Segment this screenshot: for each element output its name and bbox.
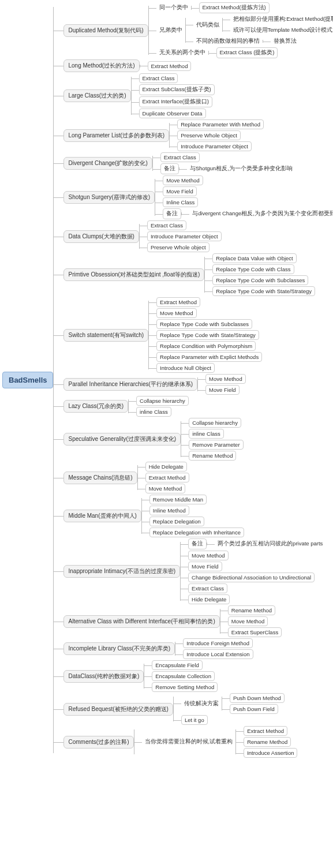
root-node[interactable]: BadSmells (2, 372, 53, 388)
node-label[interactable]: Long Parameter List(过多的参数列表) (63, 129, 169, 142)
node-label[interactable]: 代码类似 (193, 20, 222, 30)
leaf[interactable]: Extract Method (148, 61, 192, 71)
leaf[interactable]: Preserve Whole object (147, 242, 209, 252)
leaf[interactable]: Introduce Parameter Object (147, 231, 222, 241)
node-label[interactable]: Speculative Generality(过度强调未来变化) (63, 433, 181, 446)
node-label[interactable]: 备注 (163, 208, 181, 219)
node-label[interactable]: 当你觉得需要注释的时候,试着重构 (142, 737, 236, 747)
node-label[interactable]: Primtive Obsession(对基础类型如int ,float等的痴迷) (63, 268, 204, 281)
leaf[interactable]: Replace Type Code with Subclasses (156, 319, 252, 329)
leaf[interactable]: Remove Parameter (189, 440, 243, 450)
leaf[interactable]: Replace Delegation (149, 517, 204, 526)
leaf[interactable]: Push Down Method (230, 693, 285, 703)
node-label[interactable]: 无关系的两个类中 (156, 48, 208, 58)
leaf[interactable]: Replace Parameter with Explict Methods (156, 352, 262, 362)
leaf[interactable]: Move Method (205, 374, 246, 384)
leaf[interactable]: Encapsulate Collection (152, 671, 215, 681)
leaf[interactable]: 替换算法 (271, 36, 300, 46)
leaf[interactable]: Push Down Field (230, 704, 278, 714)
leaf[interactable]: Change Bidirectional Association to Undi… (188, 573, 315, 582)
leaf[interactable]: Introduce Foreign Method (183, 638, 253, 648)
node-label[interactable]: 兄弟类中 (156, 25, 185, 35)
leaf[interactable]: Extract SubClass(提炼子类) (139, 84, 215, 95)
leaf[interactable]: Move Method (156, 308, 197, 318)
leaf[interactable]: inline Class (136, 407, 171, 417)
node-label[interactable]: Message Chains(消息链) (63, 472, 137, 484)
leaf[interactable]: Inline Class (163, 197, 198, 207)
node-label[interactable]: Duplicated Method(复制代码) (63, 24, 148, 37)
leaf[interactable]: Encapsulate Field (152, 660, 203, 670)
leaf[interactable]: Introduce Parameter Object (177, 141, 252, 151)
leaf[interactable]: Collapse hierarchy (189, 418, 241, 428)
node-label[interactable]: DataClass(纯粹的数据对象) (63, 670, 144, 683)
leaf[interactable]: Move Method (163, 175, 203, 185)
node-label[interactable]: Long Method(过长的方法) (63, 59, 139, 72)
leaf[interactable]: Replace Type Code with State/Strategy (156, 330, 259, 340)
leaf[interactable]: Introduce Local Extension (183, 649, 253, 659)
leaf[interactable]: Let it go (181, 715, 208, 725)
leaf[interactable]: Extract Method (145, 473, 189, 482)
node-label[interactable]: Shotgun Surgery(霰弹式的修改) (63, 191, 155, 204)
leaf[interactable]: Extract SuperClass (228, 627, 282, 637)
leaf[interactable]: Move Field (205, 385, 239, 395)
node-large-class: Large Class(过大的类) Extract Class Extract … (63, 73, 333, 118)
leaf[interactable]: Rename Method (244, 737, 291, 747)
node-label[interactable]: 同一个类中 (156, 3, 191, 13)
node-label[interactable]: 不同的函数做相同的事情 (193, 36, 263, 46)
leaf[interactable]: Replace Data Value with Object (212, 253, 296, 263)
leaf[interactable]: Extract Class (提炼类) (216, 47, 278, 58)
leaf[interactable]: Extract Method (244, 726, 287, 736)
leaf[interactable]: 两个类过多的互相访问彼此的private parts (215, 539, 325, 549)
leaf[interactable]: 与Shotgun相反,为一个类受多种变化影响 (187, 164, 295, 174)
leaf[interactable]: Introduce Null Object (156, 363, 215, 373)
leaf[interactable]: Introduce Assertion (244, 748, 297, 758)
node-label[interactable]: Large Class(过大的类) (63, 89, 130, 102)
node-label[interactable]: Lazy Class(冗余的类) (63, 400, 128, 413)
leaf[interactable]: Rename Method (228, 605, 275, 615)
node-label[interactable]: Alternative Class with Different Interfa… (63, 615, 219, 628)
leaf[interactable]: Move Method (188, 551, 229, 560)
leaf[interactable]: Hide Delegate (145, 462, 187, 472)
leaf[interactable]: Replace Condition with Polymorphism (156, 341, 256, 351)
leaf[interactable]: Replace Type Code with Subclasses (212, 275, 308, 285)
leaf[interactable]: Extract Class (139, 73, 178, 83)
leaf[interactable]: Move Method (228, 616, 268, 626)
node-label[interactable]: Middle Man(蛋疼的中间人) (63, 510, 141, 522)
leaf[interactable]: Remove Setting Method (152, 682, 218, 692)
node-label[interactable]: Inappropriate Intimacy(不适当的过度亲密) (63, 565, 180, 578)
leaf[interactable]: inline Class (189, 429, 224, 439)
node-label[interactable]: Data Clumps(大堆的数据) (63, 230, 139, 243)
node-label[interactable]: Refused Bequest(被拒绝的父类的赠送) (63, 703, 173, 716)
leaf[interactable]: Collapse hierarchy (136, 396, 189, 406)
leaf[interactable]: Replace Type Code with Class (212, 264, 294, 274)
leaf[interactable]: Extract Method (156, 297, 200, 307)
leaf[interactable]: 把相似部分使用重构:Extract Method(提取方法) (230, 14, 333, 24)
leaf[interactable]: 与divergent Change相反,为多个类因为某个变化而都受到影响 (189, 209, 333, 219)
leaf[interactable]: Extract Method(提炼方法) (199, 2, 270, 13)
leaf[interactable]: Inline Method (149, 506, 189, 515)
node-label[interactable]: Comments(过多的注释) (63, 736, 133, 749)
leaf[interactable]: Move Method (145, 484, 186, 493)
node-label[interactable]: Switch statement(有写switch) (63, 329, 148, 342)
node-label[interactable]: Divergent Change(扩散的变化) (63, 157, 152, 170)
node-label[interactable]: 备注 (188, 538, 207, 549)
leaf[interactable]: Move Field (163, 186, 196, 196)
node-label[interactable]: Parallel Inheritance Hierarchies(平行的继承体系… (63, 378, 197, 391)
leaf[interactable]: Preserve Whole Object (177, 130, 241, 140)
leaf[interactable]: Remove Middle Man (149, 495, 207, 504)
leaf[interactable]: Hide Delegate (188, 594, 230, 604)
leaf[interactable]: Replace Delegation with Inheritance (149, 527, 244, 537)
leaf[interactable]: Extract Class (188, 583, 227, 593)
node-label[interactable]: Incomplete Library Class(不完美的库类) (63, 642, 175, 655)
leaf[interactable]: Replace Type Code with State/Strategy (212, 286, 315, 296)
leaf[interactable]: Extract Interface(提炼接口) (139, 96, 213, 107)
leaf[interactable]: Extract Class (160, 152, 200, 162)
leaf[interactable]: Duplicate Observer Data (139, 108, 206, 118)
node-label[interactable]: 备注 (160, 163, 179, 174)
node-label[interactable]: 传统解决方案 (181, 699, 222, 709)
leaf[interactable]: Move Field (188, 562, 222, 571)
leaf[interactable]: Extract Class (147, 220, 186, 230)
leaf[interactable]: Rename Method (189, 451, 236, 461)
leaf[interactable]: 或许可以使用Template Method设计模式 (230, 25, 333, 35)
leaf[interactable]: Replace Parameter With Method (177, 119, 264, 129)
